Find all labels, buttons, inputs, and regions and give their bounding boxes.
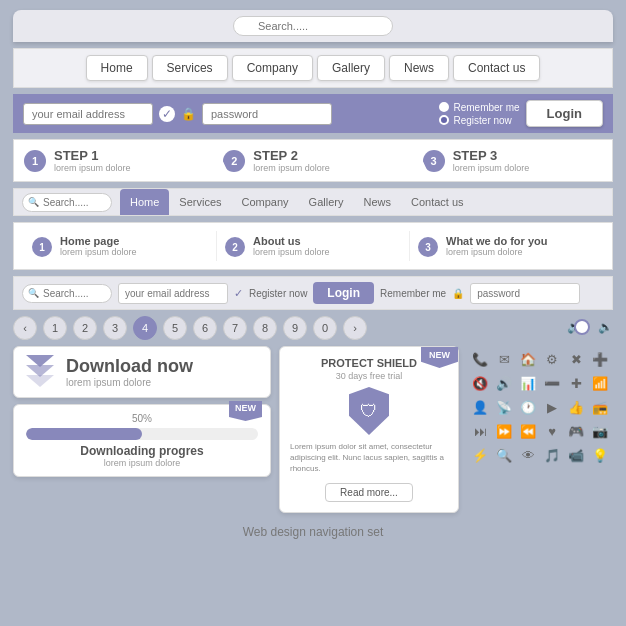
page-6[interactable]: 6 <box>193 316 217 340</box>
step-1-title: STEP 1 <box>54 148 131 163</box>
sub-sub-3: lorem ipsum dolore <box>446 247 547 257</box>
icon-gamepad[interactable]: 🎮 <box>567 422 585 440</box>
icon-clock[interactable]: 🕐 <box>519 398 537 416</box>
icon-add[interactable]: ➕ <box>591 350 609 368</box>
icon-mute[interactable]: 🔇 <box>471 374 489 392</box>
page-9[interactable]: 9 <box>283 316 307 340</box>
nav-bar: Home Services Company Gallery News Conta… <box>13 48 613 88</box>
tab-gallery[interactable]: Gallery <box>299 189 354 215</box>
icon-video[interactable]: 📹 <box>567 446 585 464</box>
tab-home[interactable]: Home <box>120 189 169 215</box>
nav-services[interactable]: Services <box>152 55 228 81</box>
slider-row: 🔈 🔉 <box>567 316 613 338</box>
search-input-top[interactable] <box>233 16 393 36</box>
icon-volume[interactable]: 🔊 <box>495 374 513 392</box>
shield-icon-wrap: 🛡 <box>290 387 448 435</box>
radio-register[interactable] <box>439 115 449 125</box>
search-wrap-top: 🔍 <box>233 16 393 36</box>
email-field[interactable] <box>23 103 153 125</box>
icon-skip-forward[interactable]: ⏭ <box>471 422 489 440</box>
icon-chart[interactable]: 📊 <box>519 374 537 392</box>
icon-minus[interactable]: ➖ <box>543 374 561 392</box>
step-3-text: STEP 3 lorem ipsum dolore <box>453 148 530 173</box>
sub-nav-2[interactable]: 2 About us lorem ipsum dolore <box>217 231 410 261</box>
icon-plus[interactable]: ✚ <box>567 374 585 392</box>
sub-text-2: About us lorem ipsum dolore <box>253 235 330 257</box>
slider-thumb[interactable] <box>574 319 590 335</box>
download-button[interactable]: Download now lorem ipsum dolore <box>13 346 271 398</box>
icon-close[interactable]: ✖ <box>567 350 585 368</box>
login-button[interactable]: Login <box>526 100 603 127</box>
page-5[interactable]: 5 <box>163 316 187 340</box>
progress-percent-label: 50% <box>26 413 258 424</box>
tab-news[interactable]: News <box>353 189 401 215</box>
icon-bolt[interactable]: ⚡ <box>471 446 489 464</box>
icon-settings[interactable]: ⚙ <box>543 350 561 368</box>
lock-icon: 🔒 <box>181 107 196 121</box>
progress-bar-wrap: NEW 50% Downloading progres lorem ipsum … <box>13 404 271 477</box>
icon-home[interactable]: 🏠 <box>519 350 537 368</box>
nav-gallery[interactable]: Gallery <box>317 55 385 81</box>
new-badge-progress: NEW <box>229 401 262 421</box>
download-title: Download now <box>66 356 193 377</box>
icon-heart[interactable]: ♥ <box>543 422 561 440</box>
page-1[interactable]: 1 <box>43 316 67 340</box>
tab-contact[interactable]: Contact us <box>401 189 474 215</box>
progress-title-row: Downloading progres <box>26 444 258 458</box>
page-7[interactable]: 7 <box>223 316 247 340</box>
icon-email[interactable]: ✉ <box>495 350 513 368</box>
step-1[interactable]: 1 STEP 1 lorem ipsum dolore <box>14 140 213 181</box>
icon-radio[interactable]: 📻 <box>591 398 609 416</box>
icon-phone[interactable]: 📞 <box>471 350 489 368</box>
read-more-button[interactable]: Read more... <box>325 483 413 502</box>
shield-card: NEW PROTECT SHIELD 30 days free trial 🛡 … <box>279 346 459 513</box>
icon-like[interactable]: 👍 <box>567 398 585 416</box>
icon-signal[interactable]: 📶 <box>591 374 609 392</box>
page-8[interactable]: 8 <box>253 316 277 340</box>
icon-search[interactable]: 🔍 <box>495 446 513 464</box>
icon-play[interactable]: ▶ <box>543 398 561 416</box>
icon-music[interactable]: 🎵 <box>543 446 561 464</box>
next-page-button[interactable]: › <box>343 316 367 340</box>
register-row: Register now <box>439 115 519 126</box>
icon-user[interactable]: 👤 <box>471 398 489 416</box>
page-0[interactable]: 0 <box>313 316 337 340</box>
step-3[interactable]: 3 STEP 3 lorem ipsum dolore <box>413 140 612 181</box>
page-4[interactable]: 4 <box>133 316 157 340</box>
sub-text-1: Home page lorem ipsum dolore <box>60 235 137 257</box>
register-label-2: Register now <box>249 288 307 299</box>
page-3[interactable]: 3 <box>103 316 127 340</box>
prev-page-button[interactable]: ‹ <box>13 316 37 340</box>
tab-company[interactable]: Company <box>232 189 299 215</box>
page-2[interactable]: 2 <box>73 316 97 340</box>
download-subtitle: lorem ipsum dolore <box>66 377 193 388</box>
step-2-title: STEP 2 <box>253 148 330 163</box>
tab-services[interactable]: Services <box>169 189 231 215</box>
sub-num-3: 3 <box>418 237 438 257</box>
remember-row: Remember me <box>439 102 519 113</box>
icon-bulb[interactable]: 💡 <box>591 446 609 464</box>
step-2-sub: lorem ipsum dolore <box>253 163 330 173</box>
remember-label-2: Remember me <box>380 288 446 299</box>
password-field-2[interactable] <box>470 283 580 304</box>
pagination-slider: ‹ 1 2 3 4 5 6 7 8 9 0 › <box>13 316 549 340</box>
login-button-2[interactable]: Login <box>313 282 374 304</box>
nav-contact[interactable]: Contact us <box>453 55 540 81</box>
nav-home[interactable]: Home <box>86 55 148 81</box>
step-2[interactable]: 2 STEP 2 lorem ipsum dolore <box>213 140 412 181</box>
nav-news[interactable]: News <box>389 55 449 81</box>
step-1-text: STEP 1 lorem ipsum dolore <box>54 148 131 173</box>
icon-fast-forward[interactable]: ⏩ <box>495 422 513 440</box>
sub-nav-3[interactable]: 3 What we do for you lorem ipsum dolore <box>410 231 602 261</box>
sub-nav-1[interactable]: 1 Home page lorem ipsum dolore <box>24 231 217 261</box>
icon-camera[interactable]: 📷 <box>591 422 609 440</box>
icon-rewind[interactable]: ⏪ <box>519 422 537 440</box>
icon-eye[interactable]: 👁 <box>519 446 537 464</box>
password-field[interactable] <box>202 103 332 125</box>
radio-remember[interactable] <box>439 102 449 112</box>
icon-rss[interactable]: 📡 <box>495 398 513 416</box>
email-field-2[interactable] <box>118 283 228 304</box>
remember-section: Remember me Register now <box>439 102 519 126</box>
nav-company[interactable]: Company <box>232 55 313 81</box>
sub-title-3: What we do for you <box>446 235 547 247</box>
